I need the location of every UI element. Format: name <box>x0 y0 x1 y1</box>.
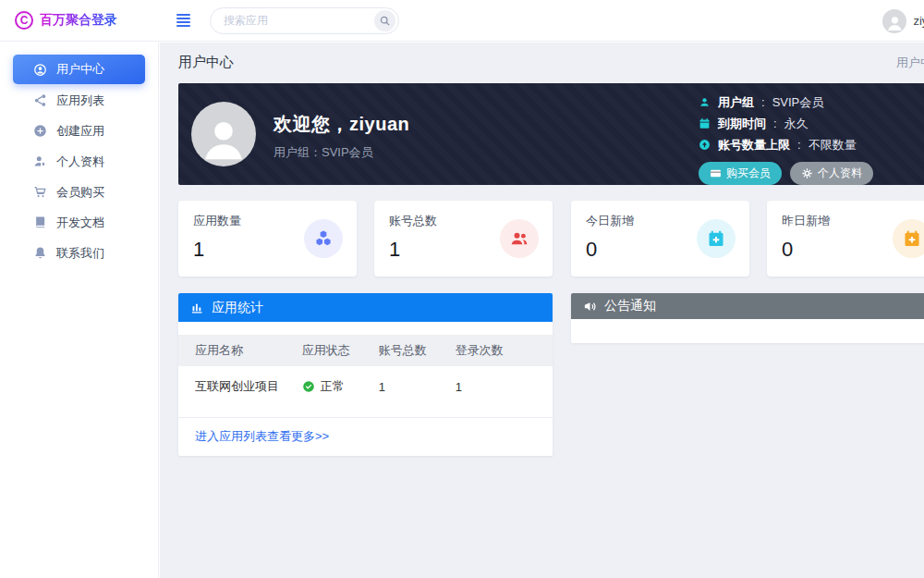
info-separator: : <box>773 117 777 130</box>
welcome-text: 欢迎您，ziyuan <box>274 112 409 137</box>
status-text: 正常 <box>321 378 345 395</box>
sidebar-item-label: 会员购买 <box>56 184 104 201</box>
notice-header: 公告通知 <box>571 293 924 319</box>
info-row-account-limit: 账号数量上限 : 不限数量 <box>699 134 873 155</box>
topbar-username: ziyuan <box>913 14 924 28</box>
stat-card-group-left: 应用数量 1 账号总数 1 <box>178 201 553 277</box>
user-icon <box>699 96 711 108</box>
arrow-up-circle-icon <box>699 139 711 151</box>
status-badge: 正常 <box>302 378 379 395</box>
person-icon <box>885 12 905 33</box>
sidebar-item-app-list[interactable]: 应用列表 <box>0 85 158 116</box>
search-icon <box>379 15 391 27</box>
view-more-link[interactable]: 进入应用列表查看更多>> <box>195 429 329 443</box>
column-account-total: 账号总数 <box>379 335 456 366</box>
user-gear-icon <box>33 154 47 168</box>
notice-panel: 公告通知 <box>571 293 924 343</box>
column-login-count: 登录次数 <box>456 335 553 366</box>
stat-card-today-new: 今日新增 0 <box>571 201 749 277</box>
app-stats-header: 应用统计 <box>178 293 553 322</box>
info-value: 永久 <box>784 116 808 132</box>
sidebar-item-create-app[interactable]: 创建应用 <box>0 116 158 146</box>
banner-buttons: 购买会员 个人资料 <box>699 162 873 185</box>
sidebar-item-contact[interactable]: 联系我们 <box>0 238 158 268</box>
stat-card-account-total: 账号总数 1 <box>374 201 553 277</box>
app-stats-table: 应用名称 应用状态 账号总数 登录次数 互联网创业项目 <box>178 335 553 406</box>
welcome-banner: 欢迎您，ziyuan 用户组：SVIP会员 用户组 : SVIP会员 到期时间 … <box>178 83 924 185</box>
cell-login-count: 1 <box>456 366 553 406</box>
button-label: 个人资料 <box>818 166 862 181</box>
main-content: 用户中心 用户中心 欢迎您，ziyuan 用户组：SVIP会员 用户组 : SV… <box>160 43 924 578</box>
sidebar-item-label: 个人资料 <box>56 154 104 170</box>
welcome-block: 欢迎您，ziyuan 用户组：SVIP会员 <box>274 112 409 161</box>
bar-chart-icon <box>190 301 204 314</box>
stat-cards: 应用数量 1 账号总数 1 今日新增 0 <box>178 201 924 277</box>
search-button[interactable] <box>374 10 395 31</box>
column-app-name: 应用名称 <box>178 335 302 366</box>
table-row[interactable]: 互联网创业项目 正常 1 1 <box>178 366 553 406</box>
topbar-avatar <box>882 9 906 33</box>
membership-info: 用户组 : SVIP会员 到期时间 : 永久 账号数量上限 : 不限数量 <box>699 92 873 185</box>
info-separator: : <box>761 95 765 109</box>
logo-text: 百万聚合登录 <box>40 12 117 29</box>
plus-circle-icon <box>33 124 47 138</box>
menu-toggle-icon[interactable] <box>173 10 194 31</box>
person-icon <box>198 109 249 166</box>
profile-button[interactable]: 个人资料 <box>790 162 873 185</box>
sidebar-item-profile[interactable]: 个人资料 <box>0 146 158 177</box>
column-app-status: 应用状态 <box>302 335 379 366</box>
info-label: 到期时间 <box>718 116 766 132</box>
sidebar-item-label: 应用列表 <box>56 92 104 109</box>
user-circle-icon <box>33 63 47 77</box>
notice-body <box>571 319 924 343</box>
table-header-row: 应用名称 应用状态 账号总数 登录次数 <box>178 335 553 366</box>
sidebar-item-label: 联系我们 <box>56 245 104 262</box>
sidebar-item-label: 开发文档 <box>56 215 104 231</box>
panels-row: 应用统计 应用名称 应用状态 账号总数 登录次数 互联网创业项目 <box>178 293 924 456</box>
page-header: 用户中心 用户中心 <box>160 43 924 82</box>
calendar-plus-icon <box>697 219 736 258</box>
info-row-usergroup: 用户组 : SVIP会员 <box>699 92 873 113</box>
calendar-icon <box>699 117 711 129</box>
app-stats-panel: 应用统计 应用名称 应用状态 账号总数 登录次数 互联网创业项目 <box>178 293 553 456</box>
cell-app-name: 互联网创业项目 <box>178 366 302 406</box>
button-label: 购买会员 <box>726 166 771 181</box>
info-separator: : <box>797 138 801 152</box>
topbar: C 百万聚合登录 ziyuan <box>0 0 924 42</box>
credit-card-icon <box>710 167 722 179</box>
info-label: 账号数量上限 <box>718 137 790 154</box>
cubes-icon <box>304 219 343 258</box>
info-value: SVIP会员 <box>772 94 824 111</box>
calendar-plus-icon <box>893 219 924 258</box>
gear-icon <box>801 167 813 179</box>
banner-avatar <box>191 102 256 166</box>
buy-membership-button[interactable]: 购买会员 <box>699 162 782 185</box>
check-circle-icon <box>302 380 315 393</box>
cell-app-status: 正常 <box>302 366 379 406</box>
sidebar-item-docs[interactable]: 开发文档 <box>0 207 158 238</box>
info-label: 用户组 <box>718 94 754 111</box>
panel-title: 应用统计 <box>212 300 263 316</box>
cell-account-total: 1 <box>379 366 456 406</box>
sidebar-item-user-center[interactable]: 用户中心 <box>13 55 145 84</box>
logo-icon: C <box>15 11 33 30</box>
sidebar: 用户中心 应用列表 创建应用 个人资料 会员购买 <box>0 43 159 578</box>
app-root: C 百万聚合登录 ziyuan 用户中心 <box>0 0 924 578</box>
sidebar-item-label: 创建应用 <box>56 123 104 140</box>
share-nodes-icon <box>33 93 47 107</box>
panel-title: 公告通知 <box>604 298 656 314</box>
info-row-expiry: 到期时间 : 永久 <box>699 113 873 134</box>
cart-icon <box>33 185 47 199</box>
speaker-icon <box>583 300 597 314</box>
page-title: 用户中心 <box>178 54 234 71</box>
book-icon <box>33 215 47 229</box>
sidebar-item-membership[interactable]: 会员购买 <box>0 177 158 207</box>
search-box <box>210 7 399 34</box>
logo[interactable]: C 百万聚合登录 <box>0 11 159 30</box>
sidebar-item-label: 用户中心 <box>56 61 104 78</box>
topbar-user[interactable]: ziyuan <box>882 0 924 42</box>
search-input[interactable] <box>224 14 374 27</box>
app-stats-footer: 进入应用列表查看更多>> <box>178 417 553 456</box>
info-value: 不限数量 <box>808 137 857 154</box>
bell-icon <box>33 246 47 260</box>
